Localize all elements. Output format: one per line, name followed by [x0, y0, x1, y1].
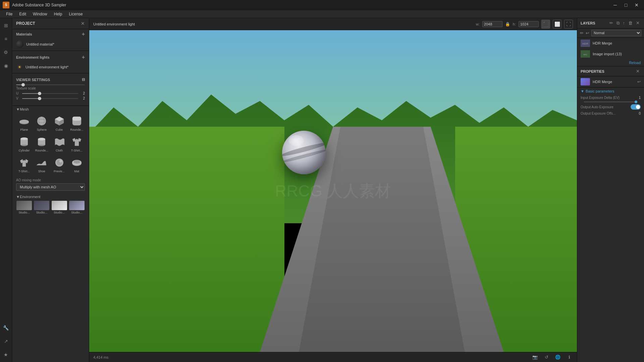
camera-button[interactable]: 📷: [531, 354, 539, 361]
layers-close-icon[interactable]: ✕: [635, 20, 641, 26]
mesh-item-shoe[interactable]: Shoe: [34, 155, 50, 174]
mesh-item-rounded-cube[interactable]: Rounde...: [69, 113, 85, 133]
mat-icon: [70, 156, 83, 169]
ao-mixing-select[interactable]: None Multiply with mesh AO Add with mesh…: [16, 183, 85, 191]
divider-2: [12, 73, 89, 73]
cloth-icon: [53, 135, 66, 148]
v-slider-fill: [22, 98, 39, 99]
env-thumb-3: [52, 201, 67, 210]
menu-file[interactable]: File: [3, 11, 16, 17]
properties-layer-item: HDR Merge ↩: [577, 76, 644, 87]
info-button[interactable]: ℹ: [566, 354, 573, 361]
menu-license[interactable]: License: [65, 11, 86, 17]
env-light-item[interactable]: ☀ Untitled environment light*: [12, 62, 89, 72]
env-item-studio1[interactable]: Studio...: [16, 201, 32, 214]
input-exposure-slider[interactable]: [584, 102, 637, 102]
right-panels: LAYERS ✏ ⧉ ↑ 🗑 ✕ ✏ ↩ Normal HDR: [577, 18, 644, 362]
top-slider-track[interactable]: [16, 84, 85, 85]
layer-blend-mode[interactable]: Normal: [591, 30, 641, 36]
tools-icon[interactable]: 🔧: [1, 323, 11, 333]
cube-icon: [53, 115, 66, 127]
layers-paint-icon[interactable]: ✏: [608, 20, 614, 26]
mesh-item-cylinder[interactable]: Cylinder: [16, 134, 32, 154]
height-input[interactable]: [519, 21, 539, 27]
material-item-untitled[interactable]: Untitled material*: [12, 39, 89, 49]
left-icon-bar: ⊞ ≡ ⚙ ◉ 🔧 ↗ ★: [0, 18, 12, 362]
v-slider-track[interactable]: [22, 98, 78, 99]
layers-arrow-tool[interactable]: ↩: [586, 31, 589, 36]
3d-view-button[interactable]: ⬛: [541, 20, 550, 28]
maximize-button[interactable]: □: [621, 2, 631, 8]
layers-tools: ✏ ↩ Normal: [577, 28, 644, 38]
sun-icon: ☀: [16, 64, 23, 70]
mesh-item-mat[interactable]: Mat: [69, 155, 85, 174]
mesh-item-cube[interactable]: Cube: [51, 113, 67, 133]
refresh-button[interactable]: ↺: [543, 354, 550, 361]
app-title: Adobe Substance 3D Sampler: [12, 3, 66, 7]
mesh-item-tshirt2[interactable]: T-Shirt...: [16, 155, 32, 174]
viewport-scene: RRCG 人人素材: [89, 30, 577, 352]
fullscreen-button[interactable]: ⛶: [564, 20, 573, 28]
view-icon[interactable]: ◉: [1, 61, 11, 70]
add-env-light-button[interactable]: +: [82, 54, 85, 60]
settings-icon[interactable]: ⚙: [1, 48, 11, 57]
add-material-button[interactable]: +: [82, 31, 85, 37]
layers-copy-icon[interactable]: ⧉: [615, 20, 621, 26]
share-icon[interactable]: ↗: [1, 337, 11, 346]
layers-icon[interactable]: ≡: [1, 34, 11, 44]
basic-params-section[interactable]: ▼ Basic parameters: [577, 87, 644, 95]
properties-close-icon[interactable]: ✕: [635, 68, 641, 74]
viewport-canvas[interactable]: RRCG 人人素材: [89, 30, 577, 352]
mesh-section-header[interactable]: ▼ Mesh: [16, 107, 85, 111]
layers-export-icon[interactable]: ↑: [622, 20, 626, 26]
prop-layer-name: HDR Merge: [593, 80, 635, 84]
minimize-button[interactable]: ─: [610, 2, 620, 8]
properties-panel: PROPERTIES ✕ HDR Merge ↩ ▼ Basic paramet…: [577, 66, 644, 362]
title-bar: S Adobe Substance 3D Sampler ─ □ ✕: [0, 0, 644, 10]
mesh-item-preview[interactable]: Previe...: [51, 155, 67, 174]
mesh-item-rounded-cylinder[interactable]: Rounde...: [34, 134, 50, 154]
mesh-item-sphere[interactable]: Sphere: [34, 113, 50, 133]
v-slider-thumb[interactable]: [38, 97, 41, 100]
v-slider-row: V 2: [16, 97, 85, 100]
input-exposure-thumb[interactable]: [635, 101, 637, 103]
env-item-studio2[interactable]: Studio...: [34, 201, 50, 214]
v-value: 2: [80, 97, 85, 100]
env-item-studio4[interactable]: Studio...: [69, 201, 85, 214]
main-layout: ⊞ ≡ ⚙ ◉ 🔧 ↗ ★ PROJECT ✕ Materials + Unti…: [0, 18, 644, 362]
layers-paint-tool[interactable]: ✏: [580, 31, 584, 36]
ao-mixing-label: AO mixing mode: [16, 178, 85, 182]
u-slider-track[interactable]: [22, 93, 78, 94]
mesh-label-preview: Previe...: [54, 170, 65, 173]
output-auto-exposure-toggle[interactable]: [631, 104, 641, 110]
layer-item-image-import[interactable]: IMG Image import (13): [577, 49, 644, 59]
u-slider-thumb[interactable]: [38, 92, 41, 95]
layer-item-hdr-merge[interactable]: HDR HDR Merge: [577, 38, 644, 49]
menu-help[interactable]: Help: [51, 11, 66, 17]
env-grid: Studio... Studio... Studio... Studio...: [16, 201, 85, 214]
mesh-item-cloth[interactable]: Cloth: [51, 134, 67, 154]
menu-window[interactable]: Window: [30, 11, 51, 17]
lock-icon[interactable]: 🔒: [505, 22, 510, 26]
prop-back-button[interactable]: ↩: [637, 79, 641, 84]
env-item-studio3[interactable]: Studio...: [51, 201, 67, 214]
width-input[interactable]: [482, 21, 502, 27]
width-label: w:: [476, 22, 480, 26]
svg-text:IMG: IMG: [583, 54, 587, 56]
project-close-button[interactable]: ✕: [81, 21, 85, 26]
layers-delete-icon[interactable]: 🗑: [627, 20, 634, 26]
mesh-label-cube: Cube: [56, 128, 63, 131]
menu-edit[interactable]: Edit: [16, 11, 30, 17]
close-button[interactable]: ✕: [632, 2, 641, 8]
environment-header[interactable]: ▼ Environment: [16, 195, 85, 199]
mesh-item-tshirt[interactable]: T-Shirt...: [69, 134, 85, 154]
star-icon[interactable]: ★: [1, 350, 11, 359]
viewer-settings-collapse[interactable]: ⊟: [82, 77, 85, 82]
top-slider-thumb[interactable]: [21, 83, 25, 86]
home-icon[interactable]: ⊞: [1, 21, 11, 30]
reload-button[interactable]: Reload: [577, 59, 644, 66]
mesh-item-plane[interactable]: Plane: [16, 113, 32, 133]
globe-button[interactable]: 🌐: [554, 354, 561, 361]
layers-panel-header: LAYERS ✏ ⧉ ↑ 🗑 ✕: [577, 18, 644, 28]
2d-view-button[interactable]: ⬜: [553, 20, 561, 28]
